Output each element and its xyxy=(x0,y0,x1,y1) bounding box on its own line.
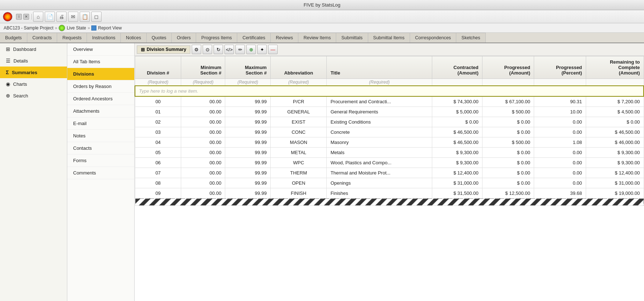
req-division: (Required) xyxy=(135,79,181,86)
cell-contracted: $ 46,500.00 xyxy=(432,127,482,137)
refresh-button[interactable]: ↻ xyxy=(214,45,223,54)
req-progressed-amt xyxy=(482,79,534,86)
table-row: 08 00.00 99.99 OPEN Openings $ 31,000.00… xyxy=(135,178,644,188)
cell-min-section: 00.00 xyxy=(181,188,225,198)
new-item-placeholder[interactable]: Type here to log a new item. xyxy=(135,86,644,96)
cell-remaining: $ 7,200.00 xyxy=(586,96,644,107)
sec-item-contacts[interactable]: Contacts xyxy=(67,142,134,154)
sec-item-notes[interactable]: Notes xyxy=(67,130,134,142)
cell-division: 02 xyxy=(135,117,181,127)
cell-progressed-amt: $ 0.00 xyxy=(482,158,534,168)
sidebar-item-charts[interactable]: ◉ Charts xyxy=(0,78,67,90)
title-bar: FIVE by StatsLog xyxy=(0,0,644,10)
tab-submittal-items[interactable]: Submittal Items xyxy=(368,33,410,43)
sidebar-item-details[interactable]: ☰ Details xyxy=(0,55,67,67)
tab-correspondences[interactable]: Correspondences xyxy=(410,33,457,43)
cell-remaining: $ 31,000.00 xyxy=(586,178,644,188)
sec-item-ordered-ancestors[interactable]: Ordered Ancestors xyxy=(67,93,134,105)
edit-button[interactable]: ✏ xyxy=(235,45,245,54)
email-button[interactable]: ✉ xyxy=(68,12,78,22)
required-row: (Required) (Required) (Required) (Requir… xyxy=(135,79,644,86)
print-button[interactable]: 🖨 xyxy=(56,12,67,22)
req-contracted xyxy=(432,79,482,86)
cell-progressed-pct: 0.00 xyxy=(534,127,586,137)
col-header-title: Title xyxy=(327,56,432,79)
sidebar-item-summaries[interactable]: Σ Summaries xyxy=(0,67,67,78)
cell-progressed-amt: $ 0.00 xyxy=(482,178,534,188)
cell-division: 07 xyxy=(135,168,181,178)
misc-button[interactable]: ◻ xyxy=(91,12,102,22)
cell-title: Concrete xyxy=(327,127,432,137)
cell-division: 04 xyxy=(135,137,181,148)
sec-item-attachments[interactable]: Attachments xyxy=(67,105,134,117)
tab-budgets[interactable]: Budgets xyxy=(0,33,27,43)
sidebar-item-search[interactable]: ⊕ Search xyxy=(0,90,67,101)
table-row: 07 00.00 99.99 THERM Thermal and Moistur… xyxy=(135,168,644,178)
sidebar: ⊞ Dashboard ☰ Details Σ Summaries ◉ Char… xyxy=(0,43,67,301)
cell-remaining: $ 12,400.00 xyxy=(586,168,644,178)
col-header-contracted: Contracted(Amount) xyxy=(432,56,482,79)
cell-progressed-pct: 39.68 xyxy=(534,188,586,198)
cell-remaining: $ 4,500.00 xyxy=(586,107,644,117)
app-body: ⊞ Dashboard ☰ Details Σ Summaries ◉ Char… xyxy=(0,43,644,301)
cell-progressed-amt: $ 0.00 xyxy=(482,117,534,127)
settings-button[interactable]: ⚙ xyxy=(192,45,201,54)
tab-reviews[interactable]: Reviews xyxy=(271,33,298,43)
cell-progressed-amt: $ 0.00 xyxy=(482,127,534,137)
code-button[interactable]: </> xyxy=(224,45,234,54)
info-button[interactable]: i xyxy=(16,14,22,20)
tab-review-items[interactable]: Review Items xyxy=(298,33,336,43)
breadcrumb-arrow2: » xyxy=(88,25,90,31)
sec-item-divisions[interactable]: Divisions xyxy=(67,68,134,80)
tab-sketches[interactable]: Sketches xyxy=(456,33,485,43)
main-content: ⊞ Division Summary ⚙ ⊙ ↻ </> ✏ ⊕ ✦ — Div… xyxy=(135,43,644,301)
table-row: 00 00.00 99.99 P/CR Procurement and Cont… xyxy=(135,96,644,107)
sidebar-label-charts: Charts xyxy=(13,81,27,87)
cell-min-section: 00.00 xyxy=(181,148,225,158)
tab-progress-items[interactable]: Progress Items xyxy=(196,33,237,43)
cell-max-section: 99.99 xyxy=(225,168,271,178)
tab-orders[interactable]: Orders xyxy=(172,33,196,43)
new-item-row[interactable]: Type here to log a new item. xyxy=(135,86,644,96)
sec-item-forms[interactable]: Forms xyxy=(67,154,134,167)
magic-button[interactable]: ✦ xyxy=(257,45,267,54)
sec-item-email[interactable]: E-mail xyxy=(67,117,134,130)
tab-instructions[interactable]: Instructions xyxy=(87,33,121,43)
tab-certificates[interactable]: Certificates xyxy=(237,33,271,43)
pdf-button[interactable]: 📋 xyxy=(80,12,90,22)
breadcrumb-state: Live State xyxy=(67,25,86,31)
req-abbreviation: (Required) xyxy=(270,79,326,86)
cell-title: Procurement and Contracti... xyxy=(327,96,432,107)
cell-abbreviation: THERM xyxy=(270,168,326,178)
system-toolbar: i ✕ ⌂ 📄 🖨 ✉ 📋 ◻ xyxy=(0,10,644,23)
cell-division: 06 xyxy=(135,158,181,168)
cell-min-section: 00.00 xyxy=(181,127,225,137)
tab-requests[interactable]: Requests xyxy=(57,33,87,43)
req-max-section: (Required) xyxy=(225,79,271,86)
tab-quotes[interactable]: Quotes xyxy=(147,33,172,43)
new-button[interactable]: 📄 xyxy=(45,12,55,22)
sidebar-item-dashboard[interactable]: ⊞ Dashboard xyxy=(0,43,67,55)
table-row: 09 00.00 99.99 FINISH Finishes $ 31,500.… xyxy=(135,188,644,198)
col-header-progressed-pct: Progressed(Percent) xyxy=(534,56,586,79)
view-button[interactable]: ⊙ xyxy=(203,45,212,54)
sec-item-all-tab-items[interactable]: All Tab Items xyxy=(67,56,134,68)
delete-button[interactable]: — xyxy=(268,45,278,54)
close-tab-button[interactable]: ✕ xyxy=(23,14,29,20)
sec-item-orders-by-reason[interactable]: Orders by Reason xyxy=(67,80,134,93)
sec-item-overview[interactable]: Overview xyxy=(67,43,134,56)
cell-remaining: $ 46,500.00 xyxy=(586,127,644,137)
cell-division: 08 xyxy=(135,178,181,188)
tab-submittals[interactable]: Submittals xyxy=(336,33,368,43)
home-button[interactable]: ⌂ xyxy=(33,12,43,22)
sec-item-comments[interactable]: Comments xyxy=(67,167,134,179)
cell-progressed-pct: 10.00 xyxy=(534,107,586,117)
cell-remaining: $ 46,000.00 xyxy=(586,137,644,148)
division-summary-icon: ⊞ xyxy=(141,47,145,52)
cell-max-section: 99.99 xyxy=(225,188,271,198)
table-row: 03 00.00 99.99 CONC Concrete $ 46,500.00… xyxy=(135,127,644,137)
tab-contracts[interactable]: Contracts xyxy=(27,33,57,43)
tab-notices[interactable]: Notices xyxy=(121,33,147,43)
add-button[interactable]: ⊕ xyxy=(246,45,256,54)
table-body: Type here to log a new item. 00 00.00 99… xyxy=(135,86,644,206)
